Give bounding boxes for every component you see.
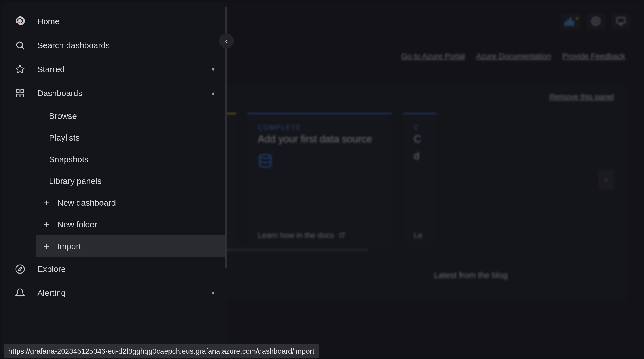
chevron-down-icon: ▾ (212, 289, 215, 297)
svg-point-2 (260, 155, 271, 159)
panel-add-icon: + (565, 18, 577, 26)
blog-title: Latest from the blog (434, 271, 508, 280)
sidebar-item-label: Home (37, 17, 60, 26)
database-icon (258, 153, 381, 169)
cards-next-button[interactable]: › (598, 170, 614, 190)
plus-icon (42, 220, 51, 229)
learn-docs-link[interactable]: Le (414, 231, 422, 240)
sidebar-item-label: Starred (37, 65, 65, 74)
sidebar-item-label: Dashboards (37, 88, 82, 98)
sidebar-item-import[interactable]: Import (36, 235, 227, 257)
sidebar-item-snapshots[interactable]: Snapshots (36, 149, 227, 170)
sidebar-item-dashboards[interactable]: Dashboards ▴ (2, 81, 227, 105)
sidebar-item-library-panels[interactable]: Library panels (36, 170, 227, 192)
search-icon (14, 40, 26, 51)
sidebar-item-label: Alerting (37, 288, 66, 298)
external-link-icon (339, 232, 345, 239)
sidebar-item-label: New dashboard (57, 198, 116, 208)
sidebar-item-new-folder[interactable]: New folder (36, 214, 227, 235)
sidebar-item-label: New folder (57, 220, 97, 229)
learn-docs-link[interactable]: Learn how in the docs (258, 231, 345, 240)
card-title-line1: C (414, 133, 426, 145)
svg-point-8 (16, 265, 24, 273)
link-azure-portal[interactable]: Go to Azure Portal (401, 52, 465, 61)
card-title-line2: d (414, 150, 426, 162)
learn-docs-text: Learn how in the docs (258, 231, 334, 240)
card-title: Add your first data source (258, 133, 381, 145)
dashboard-card-partial[interactable]: C C d Le (403, 113, 437, 247)
svg-rect-6 (16, 94, 19, 97)
sidebar: Home Search dashboards Starred ▾ Das (2, 2, 227, 357)
view-mode-button[interactable] (611, 13, 631, 30)
sidebar-item-starred[interactable]: Starred ▾ (2, 57, 227, 81)
chevron-left-icon: ‹ (225, 36, 228, 46)
link-feedback[interactable]: Provide Feedback (562, 52, 625, 61)
sidebar-item-label: Explore (37, 264, 66, 274)
svg-rect-4 (16, 90, 19, 93)
sidebar-item-new-dashboard[interactable]: New dashboard (36, 192, 227, 214)
sidebar-item-playlists[interactable]: Playlists (36, 127, 227, 149)
svg-point-0 (595, 20, 597, 23)
bell-icon (14, 287, 26, 299)
monitor-icon (616, 16, 626, 27)
svg-rect-1 (617, 18, 625, 23)
plus-icon (42, 242, 51, 250)
sidebar-item-explore[interactable]: Explore (2, 257, 227, 281)
star-icon (14, 64, 26, 75)
hero-links: Go to Azure Portal Azure Documentation P… (401, 52, 625, 61)
sidebar-item-label: Import (57, 242, 81, 251)
sidebar-collapse-button[interactable]: ‹ (219, 33, 234, 48)
svg-point-3 (17, 42, 23, 48)
grafana-logo-icon (14, 16, 26, 27)
browser-status-bar: https://grafana-202345125046-eu-d2f8gghq… (4, 344, 319, 358)
remove-panel-link[interactable]: Remove this panel (549, 92, 614, 101)
compass-icon (14, 264, 26, 275)
plus-icon (42, 199, 51, 207)
card-eyebrow: C (414, 124, 426, 131)
sidebar-item-search[interactable]: Search dashboards (2, 33, 227, 57)
sidebar-item-browse[interactable]: Browse (36, 105, 227, 127)
sidebar-item-label: Search dashboards (37, 41, 110, 50)
status-url: https://grafana-202345125046-eu-d2f8gghq… (8, 347, 314, 355)
dashboards-icon (14, 88, 26, 99)
svg-rect-7 (21, 94, 24, 97)
chevron-right-icon: › (605, 176, 608, 184)
add-panel-button[interactable]: + (561, 13, 581, 30)
gear-icon (591, 16, 601, 27)
settings-button[interactable] (586, 13, 606, 30)
chevron-up-icon: ▴ (212, 90, 215, 97)
svg-rect-5 (21, 90, 24, 93)
dashboards-submenu: Browse Playlists Snapshots Library panel… (2, 105, 227, 257)
sidebar-item-alerting[interactable]: Alerting ▾ (2, 281, 227, 305)
sidebar-item-home[interactable]: Home (2, 9, 227, 33)
data-source-card[interactable]: COMPLETE Add your first data source Lear… (247, 113, 392, 247)
link-azure-docs[interactable]: Azure Documentation (476, 52, 551, 61)
chevron-down-icon: ▾ (212, 66, 215, 73)
card-eyebrow: COMPLETE (258, 124, 381, 131)
blog-card[interactable]: Latest from the blog (328, 262, 614, 288)
